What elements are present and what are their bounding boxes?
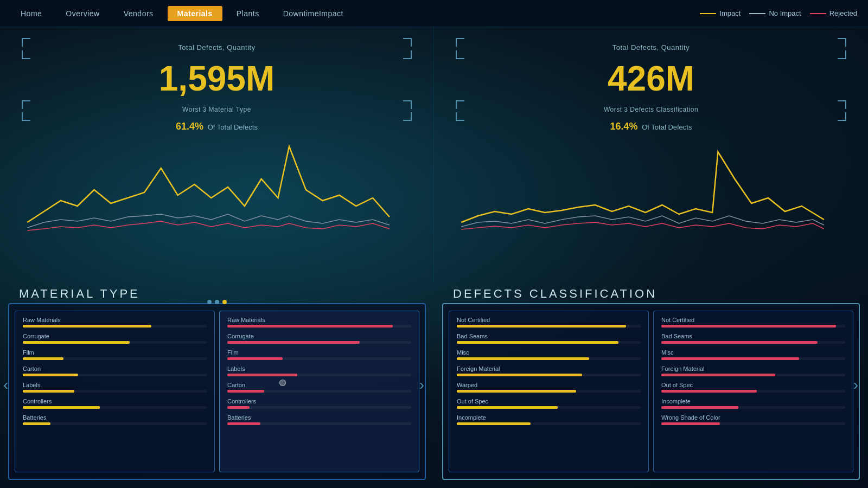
list-item: Not Certified [661, 317, 845, 328]
bar-label: Labels [23, 382, 207, 388]
bar-fill [457, 422, 531, 425]
indicator-2 [215, 300, 219, 304]
bar-label: Incomplete [457, 414, 641, 421]
bar-label: Corrugate [227, 333, 411, 339]
bar-label: Controllers [23, 398, 207, 404]
list-item: Raw Materials [227, 317, 411, 328]
nav-plants[interactable]: Plants [227, 6, 269, 21]
list-item: Incomplete [661, 398, 845, 409]
bar-track [661, 341, 845, 344]
list-item: Warped [457, 382, 641, 393]
list-item: Foreign Material [661, 365, 845, 376]
left-big-number: 1,595M [22, 61, 412, 96]
left-bar-list-1: Raw MaterialsCorrugateFilmCartonLabelsCo… [23, 317, 207, 425]
bar-fill [23, 357, 63, 360]
bar-label: Film [227, 349, 411, 356]
bar-fill [227, 325, 393, 328]
bar-track [457, 406, 641, 409]
bar-label: Wrong Shade of Color [661, 414, 845, 421]
bar-track [457, 341, 641, 344]
bar-label: Batteries [227, 414, 411, 421]
bar-track [661, 374, 845, 376]
right-bar-list-1: Not CertifiedBad SeamsMiscForeign Materi… [457, 317, 641, 425]
bar-track [661, 406, 845, 409]
right-chart-panel: Total Defects, Quantity 426M Worst 3 Def… [434, 27, 868, 282]
bar-track [227, 325, 411, 328]
bar-track [23, 341, 207, 344]
bar-fill [457, 406, 558, 409]
bar-track [227, 422, 411, 425]
bar-label: Foreign Material [457, 365, 641, 372]
bar-label: Controllers [227, 398, 411, 404]
list-item: Controllers [23, 398, 207, 409]
left-bar-list-2: Raw MaterialsCorrugateFilmLabelsCartonCo… [227, 317, 411, 425]
bar-fill [23, 422, 50, 425]
bar-label: Misc [661, 349, 845, 356]
nav-vendors[interactable]: Vendors [114, 6, 163, 21]
legend-no-impact-label: No Impact [769, 9, 801, 17]
bar-fill [23, 341, 130, 344]
right-bars-col2: Not CertifiedBad SeamsMiscForeign Materi… [653, 311, 853, 473]
legend-rejected-line [810, 13, 826, 14]
left-bottom-section: ‹ › Material Type Raw MaterialsCorrugate… [0, 282, 434, 489]
list-item: Not Certified [457, 317, 641, 328]
right-chart-bracket: Total Defects, Quantity [456, 38, 846, 59]
right-nav-arrow[interactable]: › [853, 376, 858, 394]
bar-label: Batteries [23, 414, 207, 421]
right-pct-value: 16.4% [610, 121, 638, 132]
topbar: Home Overview Vendors Materials Plants D… [0, 0, 868, 27]
list-item: Bad Seams [457, 333, 641, 344]
bar-track [23, 406, 207, 409]
left-nav-arrow[interactable]: ‹ [3, 376, 8, 394]
nav-overview[interactable]: Overview [56, 6, 109, 21]
left-pct-value: 61.4% [176, 121, 203, 132]
left-bars-col1: Raw MaterialsCorrugateFilmCartonLabelsCo… [15, 311, 215, 473]
list-item: Batteries [227, 414, 411, 425]
bar-fill [23, 325, 151, 328]
right-sub-bracket: Worst 3 Defects Classification [456, 100, 846, 121]
bar-fill [457, 374, 582, 376]
left-chart-panel: Total Defects, Quantity 1,595M Worst 3 M… [0, 27, 434, 282]
bar-fill [457, 357, 589, 360]
bar-label: Misc [457, 349, 641, 356]
list-item: Misc [457, 349, 641, 360]
list-item: Corrugate [23, 333, 207, 344]
bar-fill [661, 374, 775, 376]
bar-fill [227, 390, 264, 393]
bar-label: Incomplete [661, 398, 845, 404]
legend-impact-line [700, 13, 716, 14]
indicator-1 [207, 300, 212, 304]
list-item: Wrong Shade of Color [661, 414, 845, 425]
left-chart-label: Total Defects, Quantity [33, 43, 401, 52]
right-bars-col1: Not CertifiedBad SeamsMiscForeign Materi… [449, 311, 649, 473]
list-item: Corrugate [227, 333, 411, 344]
right-nav-arrow-left[interactable]: › [419, 376, 424, 394]
legend-no-impact-line [749, 13, 765, 14]
indicator-3 [222, 300, 227, 304]
bar-track [457, 325, 641, 328]
list-item: Out of Spec [661, 382, 845, 393]
list-item: Misc [661, 349, 845, 360]
right-section-title: Defects Classification [442, 282, 860, 303]
bar-label: Film [23, 349, 207, 356]
bar-fill [661, 390, 757, 393]
legend-impact: Impact [700, 9, 741, 17]
left-bars-col2: Raw MaterialsCorrugateFilmLabelsCartonCo… [219, 311, 419, 473]
nav-home[interactable]: Home [11, 6, 52, 21]
left-sub-label: Worst 3 Material Type [33, 106, 401, 113]
bar-track [227, 406, 411, 409]
bar-track [23, 357, 207, 360]
list-item: Film [227, 349, 411, 360]
bar-label: Warped [457, 382, 641, 388]
nav-downtime[interactable]: DowntimeImpact [273, 6, 353, 21]
bar-fill [457, 341, 618, 344]
bar-label: Not Certified [661, 317, 845, 323]
panel-indicators [207, 300, 227, 304]
bar-label: Corrugate [23, 333, 207, 339]
bar-track [457, 357, 641, 360]
nav-materials[interactable]: Materials [168, 6, 222, 21]
bar-fill [227, 406, 250, 409]
bar-label: Raw Materials [23, 317, 207, 323]
bar-label: Out of Spec [457, 398, 641, 404]
bar-track [661, 357, 845, 360]
